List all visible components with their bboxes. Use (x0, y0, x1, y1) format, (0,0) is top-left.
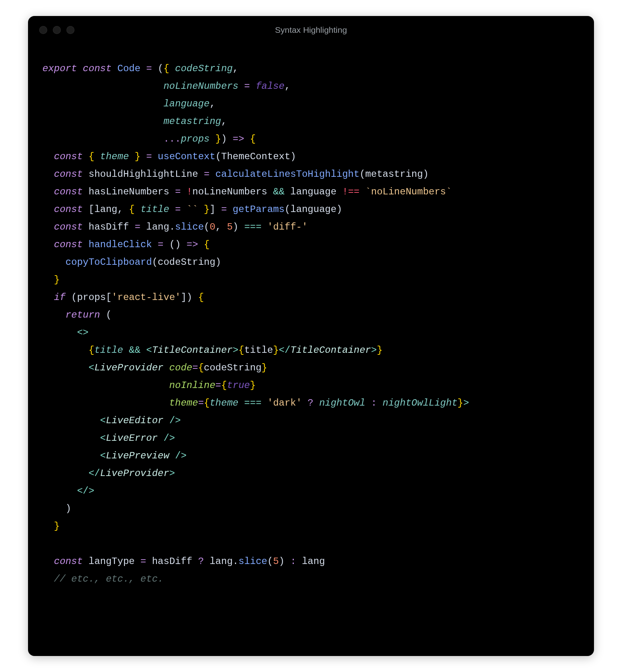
fn-usecontext: useContext (158, 151, 215, 162)
jsx-fragment-close: </> (77, 486, 94, 496)
comment-etc: // etc., etc., etc. (54, 574, 164, 584)
fn-handleclick: handleClick (88, 239, 152, 250)
id-shouldhighlightline: shouldHighlightLine (88, 169, 198, 180)
fn-slice: slice (175, 222, 204, 232)
prop-codestring: codeString (175, 63, 233, 74)
fn-getparams: getParams (233, 204, 285, 215)
jsx-titlecontainer: TitleContainer (152, 345, 233, 356)
kw-if: if (54, 292, 66, 303)
bool-true: true (227, 380, 250, 391)
attr-code: code (169, 362, 193, 373)
kw-return: return (66, 310, 100, 320)
fn-calclines: calculateLinesToHighlight (215, 169, 359, 180)
prop-props: props (181, 134, 210, 144)
id-langtype: langType (88, 556, 134, 567)
prop-title: title (140, 204, 169, 215)
op-eq: = (146, 63, 152, 74)
id-haslinenumbers: hasLineNumbers (88, 186, 169, 197)
jsx-liveerror: LiveError (106, 433, 158, 444)
attr-theme: theme (169, 398, 198, 408)
window-controls (39, 26, 74, 34)
bool-false: false (256, 81, 285, 92)
id-themecontext: ThemeContext (221, 151, 291, 162)
id-lang: lang (94, 204, 118, 215)
close-icon[interactable] (39, 26, 47, 34)
id-code: Code (117, 63, 140, 74)
jsx-liveprovider: LiveProvider (94, 362, 164, 373)
jsx-livepreview: LivePreview (106, 450, 169, 461)
prop-metastring: metastring (163, 116, 221, 127)
jsx-liveeditor: LiveEditor (106, 415, 163, 426)
prop-nolinenumbers: noLineNumbers (163, 81, 238, 92)
code-window: Syntax Highlighting export const Code = … (28, 16, 594, 656)
fn-copytoclipboard: copyToClipboard (66, 257, 152, 268)
minimize-icon[interactable] (53, 26, 61, 34)
str-dark: 'dark' (267, 398, 302, 408)
id-nightowllight: nightOwlLight (383, 398, 457, 408)
prop-theme: theme (100, 151, 129, 162)
code-block: export const Code = ({ codeString, noLin… (28, 44, 594, 588)
prop-language: language (163, 98, 209, 109)
kw-export: export (42, 63, 77, 74)
kw-const: const (83, 63, 112, 74)
id-nightowl: nightOwl (319, 398, 365, 408)
jsx-fragment-open: <> (77, 327, 88, 338)
zoom-icon[interactable] (66, 26, 74, 34)
titlebar: Syntax Highlighting (28, 16, 594, 44)
str-diff: 'diff-' (267, 222, 308, 232)
id-hasdiff: hasDiff (88, 222, 129, 232)
str-reactlive: 'react-live' (112, 292, 181, 303)
attr-noinline: noInline (169, 380, 215, 391)
window-title: Syntax Highlighting (28, 25, 594, 35)
str-nolinenumbers: `noLineNumbers` (365, 186, 452, 197)
